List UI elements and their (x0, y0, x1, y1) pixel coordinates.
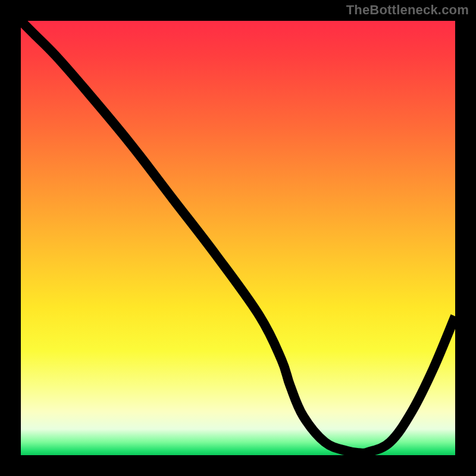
plot-area (21, 21, 455, 455)
watermark-text: TheBottleneck.com (346, 2, 469, 18)
curve-layer (21, 21, 455, 455)
chart-frame: TheBottleneck.com (0, 0, 476, 476)
bottleneck-curve (21, 21, 455, 453)
